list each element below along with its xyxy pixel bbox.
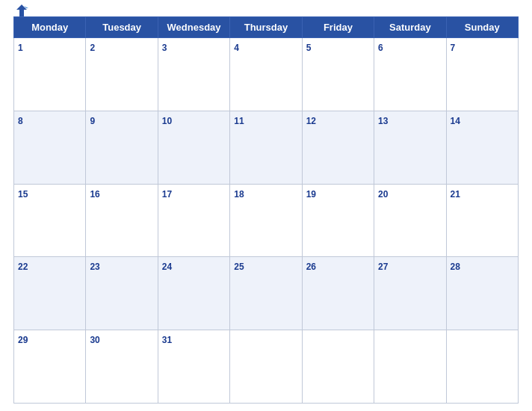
calendar-week-row: 891011121314 bbox=[14, 111, 519, 184]
day-cell: 12 bbox=[302, 111, 374, 184]
day-cell: 25 bbox=[230, 257, 302, 330]
weekday-header-thursday: Thursday bbox=[230, 17, 302, 38]
day-number: 25 bbox=[234, 262, 244, 272]
empty-day-cell bbox=[230, 330, 302, 404]
day-cell: 29 bbox=[14, 330, 86, 404]
weekday-header-tuesday: Tuesday bbox=[86, 17, 158, 38]
day-cell: 11 bbox=[230, 111, 302, 184]
day-cell: 4 bbox=[230, 38, 302, 111]
day-cell: 21 bbox=[446, 184, 518, 257]
day-number: 24 bbox=[162, 262, 172, 272]
logo-bird-icon bbox=[13, 2, 30, 19]
day-cell: 30 bbox=[86, 330, 158, 404]
svg-marker-0 bbox=[16, 4, 27, 16]
day-number: 6 bbox=[378, 43, 383, 53]
weekday-header-saturday: Saturday bbox=[374, 17, 446, 38]
day-cell: 18 bbox=[230, 184, 302, 257]
day-number: 26 bbox=[306, 262, 316, 272]
calendar-header bbox=[13, 7, 519, 13]
day-cell: 10 bbox=[158, 111, 229, 184]
day-cell: 20 bbox=[374, 184, 446, 257]
day-number: 11 bbox=[234, 116, 244, 126]
day-cell: 31 bbox=[158, 330, 229, 404]
day-cell: 22 bbox=[14, 257, 86, 330]
day-cell: 13 bbox=[374, 111, 446, 184]
weekday-header-friday: Friday bbox=[302, 17, 374, 38]
calendar-header-row: MondayTuesdayWednesdayThursdayFridaySatu… bbox=[14, 17, 519, 38]
calendar-week-row: 15161718192021 bbox=[14, 184, 519, 257]
day-cell: 14 bbox=[446, 111, 518, 184]
day-cell: 28 bbox=[446, 257, 518, 330]
day-number: 13 bbox=[378, 116, 388, 126]
day-number: 17 bbox=[162, 189, 172, 200]
calendar-table: MondayTuesdayWednesdayThursdayFridaySatu… bbox=[13, 16, 519, 404]
day-number: 5 bbox=[306, 43, 312, 53]
calendar-week-row: 1234567 bbox=[14, 38, 519, 111]
day-cell: 15 bbox=[14, 184, 86, 257]
day-number: 8 bbox=[18, 116, 23, 126]
day-number: 20 bbox=[378, 189, 388, 200]
weekday-header-sunday: Sunday bbox=[446, 17, 518, 38]
day-number: 18 bbox=[234, 189, 244, 200]
day-number: 3 bbox=[162, 43, 167, 53]
empty-day-cell bbox=[302, 330, 374, 404]
day-cell: 1 bbox=[14, 38, 86, 111]
day-cell: 23 bbox=[86, 257, 158, 330]
day-number: 30 bbox=[90, 335, 99, 345]
day-cell: 27 bbox=[374, 257, 446, 330]
day-cell: 24 bbox=[158, 257, 229, 330]
day-number: 19 bbox=[306, 189, 316, 200]
empty-day-cell bbox=[446, 330, 518, 404]
day-number: 27 bbox=[378, 262, 388, 272]
day-number: 31 bbox=[162, 335, 172, 345]
day-number: 2 bbox=[90, 43, 95, 53]
day-cell: 16 bbox=[86, 184, 158, 257]
day-cell: 8 bbox=[14, 111, 86, 184]
day-number: 9 bbox=[90, 116, 95, 126]
calendar-week-row: 293031 bbox=[14, 330, 519, 404]
day-number: 12 bbox=[306, 116, 316, 126]
day-number: 16 bbox=[90, 189, 99, 200]
day-number: 10 bbox=[162, 116, 172, 126]
day-number: 4 bbox=[234, 43, 239, 53]
weekday-header-monday: Monday bbox=[14, 17, 86, 38]
empty-day-cell bbox=[374, 330, 446, 404]
day-cell: 2 bbox=[86, 38, 158, 111]
day-number: 1 bbox=[18, 43, 23, 53]
calendar-week-row: 22232425262728 bbox=[14, 257, 519, 330]
day-number: 22 bbox=[18, 262, 28, 272]
day-cell: 26 bbox=[302, 257, 374, 330]
day-number: 29 bbox=[18, 335, 28, 345]
day-cell: 7 bbox=[446, 38, 518, 111]
day-cell: 3 bbox=[158, 38, 229, 111]
day-number: 15 bbox=[18, 189, 28, 200]
day-number: 14 bbox=[451, 116, 460, 126]
day-number: 21 bbox=[451, 189, 460, 200]
logo bbox=[13, 2, 32, 19]
weekday-header-wednesday: Wednesday bbox=[158, 17, 229, 38]
day-number: 23 bbox=[90, 262, 99, 272]
day-number: 7 bbox=[451, 43, 456, 53]
day-cell: 19 bbox=[302, 184, 374, 257]
day-cell: 9 bbox=[86, 111, 158, 184]
day-cell: 5 bbox=[302, 38, 374, 111]
day-number: 28 bbox=[451, 262, 460, 272]
day-cell: 17 bbox=[158, 184, 229, 257]
day-cell: 6 bbox=[374, 38, 446, 111]
